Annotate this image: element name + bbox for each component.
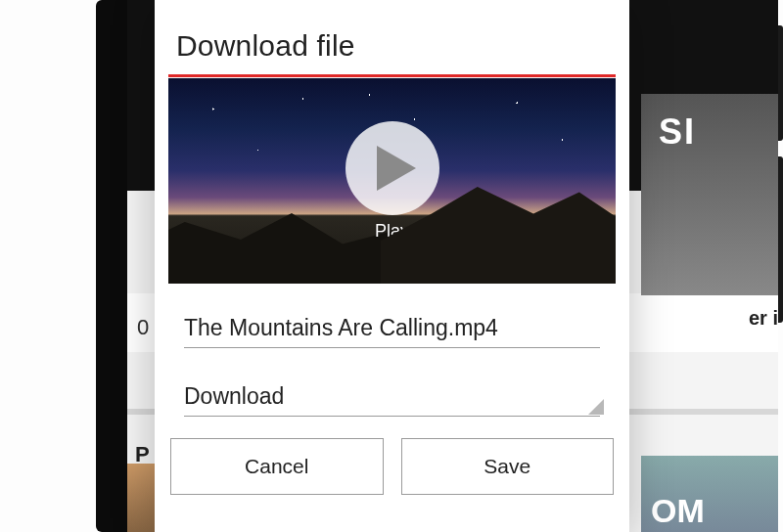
- svg-marker-0: [377, 146, 416, 191]
- destination-field-wrapper: [176, 377, 608, 417]
- dialog-title: Download file: [176, 29, 608, 63]
- bg-counter: 0: [137, 315, 149, 340]
- app-background: 0 P er i Download file Play Cancel: [0, 0, 783, 532]
- destination-input[interactable]: [184, 377, 600, 417]
- device-bezel-left: [96, 0, 127, 532]
- play-icon: [345, 121, 439, 215]
- download-file-dialog: Download file Play Cancel Save: [155, 0, 629, 532]
- dialog-title-divider: [168, 74, 616, 77]
- bg-text-snippet: er i: [749, 307, 778, 330]
- play-button[interactable]: Play: [168, 78, 616, 284]
- resize-grip-icon: [588, 399, 604, 415]
- play-label: Play: [375, 221, 409, 242]
- filename-input[interactable]: [184, 309, 600, 348]
- dialog-button-row: Cancel Save: [170, 438, 614, 495]
- video-preview: Play: [168, 78, 616, 284]
- cancel-button[interactable]: Cancel: [170, 438, 384, 495]
- filename-field-wrapper: [176, 309, 608, 348]
- save-button[interactable]: Save: [401, 438, 615, 495]
- bg-thumb: [641, 94, 778, 295]
- bg-thumb: [641, 456, 778, 532]
